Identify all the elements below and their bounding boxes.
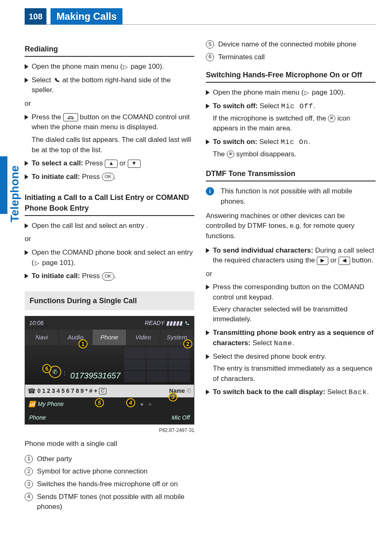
instruction-open-call-list: Open the call list and select an entry . <box>25 221 194 231</box>
bold-text: To switch off: <box>213 102 258 110</box>
instruction-open-phonebook: Open the COMAND phone book and select an… <box>25 248 194 268</box>
triangle-icon <box>206 330 210 335</box>
or-text: or <box>25 234 194 244</box>
ok-key-icon: OK <box>102 272 114 281</box>
triangle-icon <box>25 223 28 228</box>
mono-text: Back <box>348 388 367 396</box>
page-number: 108 <box>25 8 46 25</box>
clear-key-icon: C <box>99 388 106 395</box>
instruction-switch-off: To switch off: Select Mic Off. If the mi… <box>206 101 376 134</box>
scr-digits: 0 1 2 3 4 5 6 7 8 9 * # + <box>37 387 97 395</box>
section-dtmf: DTMF Tone Transmission <box>206 168 376 181</box>
instruction-select-entry: Select the desired phone book entry. The… <box>206 352 376 384</box>
scr-keypad-blur <box>124 348 190 382</box>
section-call-list-entry: Initiating a Call to a Call List Entry o… <box>25 192 194 216</box>
bold-text: To switch on: <box>213 138 257 146</box>
ref-icon: ▷ <box>123 63 128 71</box>
section-functions-single-call: Functions During a Single Call <box>25 291 194 310</box>
scr-tabs: Navi Audio Phone Video System <box>25 330 194 345</box>
text: Open the call list and select an entry . <box>32 221 148 231</box>
section-mic-onoff: Switching Hands-Free Microphone On or Of… <box>206 70 376 83</box>
mic-off-icon: ✕ <box>328 115 335 122</box>
text: Select <box>258 102 281 110</box>
legend-2: 2Symbol for active phone connection <box>25 466 194 477</box>
mic-off-icon: ✕ <box>227 151 234 158</box>
triangle-icon <box>25 78 28 83</box>
marker-2-icon: 2 <box>183 339 192 348</box>
instruction-switch-on: To switch on: Select Mic On. The ✕ symbo… <box>206 137 376 159</box>
text: Symbol for active phone connection <box>37 466 148 477</box>
side-tab-label: Telephone <box>8 165 21 222</box>
triangle-icon <box>25 174 28 179</box>
triangle-icon <box>25 115 28 120</box>
mono-text: Mic On <box>281 138 308 146</box>
text: Press <box>80 173 102 181</box>
right-column: 5Device name of the connected mobile pho… <box>206 39 376 515</box>
triangle-icon <box>206 139 210 144</box>
legend-4: 4Sends DTMF tones (not possible with all… <box>25 492 194 512</box>
circle-2-icon: 2 <box>25 467 33 476</box>
bold-text: To initiate call: <box>32 272 80 280</box>
instruction-initiate-call-2: To initiate call: Press OK. <box>25 271 194 281</box>
screenshot-caption: Phone mode with a single call <box>25 439 194 449</box>
bold-text: To initiate call: <box>32 173 80 181</box>
text: Terminates call <box>218 52 265 63</box>
text: button. <box>350 256 374 264</box>
ref-icon: ▷ <box>35 259 39 267</box>
text: Every character selected will be transmi… <box>213 304 376 325</box>
circle-1-icon: 1 <box>25 455 33 463</box>
text: The <box>213 150 227 158</box>
instruction-send-chars: To send individual characters: During a … <box>206 246 376 266</box>
text: or <box>118 159 128 167</box>
instruction-select-call: To select a call: Press ▲ or ▼ <box>25 158 194 169</box>
triangle-icon <box>25 274 28 278</box>
text: page 101). <box>40 259 76 267</box>
text: page 100). <box>310 88 345 96</box>
side-tab-block <box>0 156 7 214</box>
left-column: Redialing Open the phone main menu (▷ pa… <box>25 39 194 515</box>
triangle-icon <box>206 90 210 95</box>
legend-1: 1Other party <box>25 454 194 464</box>
comand-screenshot: 10:06 READY ▮▮▮▮▮ Navi Audio Phone Video… <box>25 316 194 425</box>
scr-tab-audio: Audio <box>59 330 92 345</box>
triangle-icon <box>206 390 210 395</box>
mono-text: Name <box>274 339 292 347</box>
bold-text: To switch back to the call display: <box>213 388 325 396</box>
info-icon: i <box>206 187 214 195</box>
triangle-icon <box>25 64 28 69</box>
bold-text: To select a call: <box>32 159 83 167</box>
scr-time: 10:06 <box>29 319 44 327</box>
text: Press <box>80 272 102 280</box>
marker-6-icon: 6 <box>42 364 51 373</box>
instruction-switch-back: To switch back to the call display: Sele… <box>206 387 376 398</box>
scr-main: 1 2 ✆ 6 : 01739531657 <box>25 345 194 385</box>
scr-menu-micoff: Mic Off <box>172 413 190 422</box>
triangle-icon <box>206 104 210 109</box>
scr-phone-number: 01739531657 <box>70 370 120 382</box>
mono-text: Mic Off <box>281 102 313 110</box>
screenshot-reference: P82.87-2497-31 <box>25 427 194 434</box>
text: Other party <box>37 454 72 464</box>
triangle-icon <box>206 248 210 253</box>
or-text: or <box>206 269 376 279</box>
or-text: or <box>25 99 194 109</box>
instruction-select-handset: Select at the bottom right-hand side of … <box>25 75 194 95</box>
marker-3-icon: 3 <box>168 392 178 402</box>
text: Select <box>32 76 53 84</box>
text: . <box>313 102 315 110</box>
text: symbol disappears. <box>234 150 296 158</box>
handset-icon <box>53 77 60 83</box>
text: Select <box>251 339 274 347</box>
bold-text: To send individual characters: <box>213 246 313 254</box>
instruction-initiate-call: To initiate call: Press OK. <box>25 172 194 182</box>
triangle-icon <box>206 354 210 359</box>
instruction-open-main-menu-2: Open the phone main menu (▷ page 100). <box>206 88 376 98</box>
text: Open the phone main menu ( <box>213 88 304 96</box>
text: or <box>328 256 339 264</box>
text: Select the desired phone book entry. <box>213 353 326 360</box>
text: . <box>367 388 369 396</box>
page-header: 108 Making Calls <box>25 8 376 25</box>
text: Device name of the connected mobile phon… <box>218 39 356 50</box>
right-key-icon: ▶ <box>317 257 328 265</box>
legend-6: 6Terminates call <box>206 52 376 63</box>
